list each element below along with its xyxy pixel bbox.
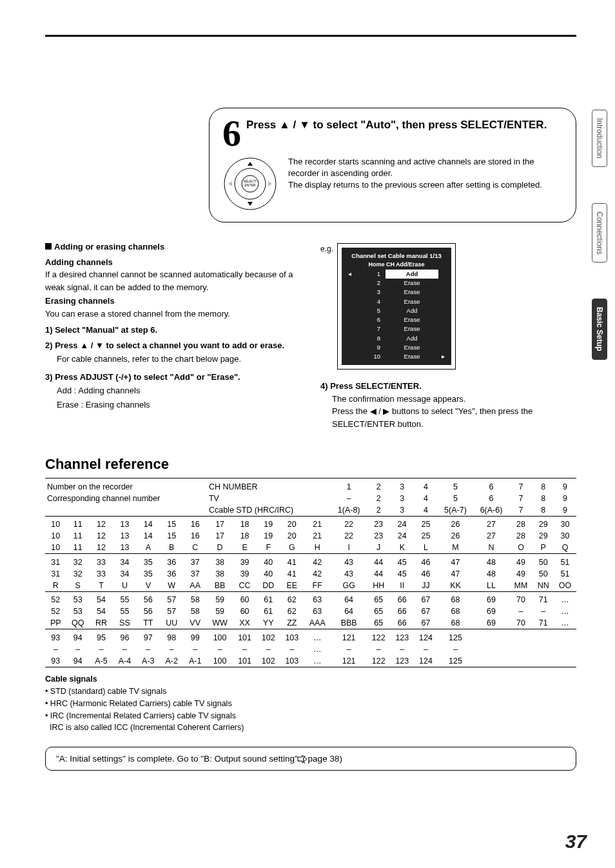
page-number: 37 xyxy=(565,831,587,853)
osd-row: 4Erase xyxy=(348,297,445,306)
foot-line-2: • HRC (Harmonic Related Carriers) cable … xyxy=(45,698,576,710)
cable-signals-heading: Cable signals xyxy=(45,673,576,686)
erasing-channels-heading: Erasing channels xyxy=(45,295,301,308)
osd-frame: Channel set Cable manual 1/13 Home CH Ad… xyxy=(337,243,456,370)
tab-connections[interactable]: Connections xyxy=(592,203,607,263)
step-4-bold: 4) Press SELECT/ENTER. xyxy=(320,380,576,393)
remote-d-pad-icon: SELECT/ ENTER xyxy=(222,156,278,212)
osd-row: 9Erase xyxy=(348,343,445,352)
osd-row: 7Erase xyxy=(348,324,445,333)
step-1-text: 1) Select "Manual" at step 6. xyxy=(45,324,301,337)
osd-row: 6Erase xyxy=(348,315,445,324)
step-desc-2: The display returns to the previous scre… xyxy=(288,179,546,191)
side-tabs: Introduction Connections Basic Setup xyxy=(592,110,607,360)
eg-label: e.g. xyxy=(320,243,333,255)
step-4-text2: Press the ◀ / ▶ buttons to select "Yes",… xyxy=(332,405,576,430)
ref-header-number: Number on the recorder xyxy=(47,482,133,491)
channel-reference-table: Number on the recorder CH NUMBER 1234567… xyxy=(45,478,576,669)
square-bullet-icon xyxy=(45,243,52,250)
svg-marker-7 xyxy=(228,181,232,186)
ref-row: 1011121314151617181920212223242526272829… xyxy=(45,518,576,530)
ref-row: 3132333435363738394041424344454647484950… xyxy=(45,568,576,580)
complete-box: "A: Initial settings" is complete. Go to… xyxy=(45,747,576,771)
ref-header-ch: CH NUMBER xyxy=(209,482,258,491)
step-6-box: 6 Press ▲ / ▼ to select "Auto", then pre… xyxy=(209,108,576,222)
osd-columns: Home CH Add/Erase xyxy=(348,261,445,270)
ref-row: RSTUVWAABBCCDDEEFFGGHHIIJJKKLLMMNNOO xyxy=(45,580,576,592)
tab-introduction[interactable]: Introduction xyxy=(592,110,607,167)
osd-row: 5Add xyxy=(348,306,445,315)
step-3-bold: 3) Press ADJUST (-/+) to select "Add" or… xyxy=(45,371,301,384)
adding-channels-text: If a desired channel cannot be scanned a… xyxy=(45,268,301,293)
ref-row: 10111213ABCDEFGHIJKLMNOPQ xyxy=(45,542,576,554)
step-3-erase: Erase : Erasing channels xyxy=(57,399,301,411)
erasing-channels-text: You can erase a stored channel from the … xyxy=(45,308,301,321)
ref-header-corr: Corresponding channel number xyxy=(47,494,160,503)
osd-screen: Channel set Cable manual 1/13 Home CH Ad… xyxy=(342,248,451,365)
channel-reference-title: Channel reference xyxy=(45,456,576,473)
step-number: 6 xyxy=(222,115,241,152)
step-4-text1: The confirmation message appears. xyxy=(332,393,576,406)
osd-row: 3Erase xyxy=(348,288,445,297)
svg-text:ENTER: ENTER xyxy=(245,183,256,187)
ref-row: PPQQRRSSTTUUVVWWXXYYZZAAABBB656667686970… xyxy=(45,617,576,629)
svg-marker-8 xyxy=(268,181,272,186)
osd-title: Channel set Cable manual 1/13 xyxy=(348,252,445,261)
step-title: Press ▲ / ▼ to select "Auto", then press… xyxy=(246,119,547,132)
ref-row: 9394A-5A-4A-3A-2A-1100101102103…12112212… xyxy=(45,655,576,667)
osd-row: ◂1Add xyxy=(348,270,445,279)
tab-basic-setup[interactable]: Basic Setup xyxy=(592,299,607,360)
osd-row: 2Erase xyxy=(348,279,445,288)
ref-header-cable: Ccable STD (HRC/IRC) xyxy=(209,506,293,515)
osd-step4-column: e.g. Channel set Cable manual 1/13 Home … xyxy=(320,241,576,430)
ref-row: 1011121314151617181920212223242526272829… xyxy=(45,530,576,542)
adding-channels-heading: Adding channels xyxy=(45,256,301,269)
ref-row: –––––––––––…––––– xyxy=(45,644,576,655)
ref-row: 5253545556575859606162636465666768697071… xyxy=(45,594,576,606)
ref-header-tv: TV xyxy=(209,494,219,503)
foot-line-3: • IRC (Incremental Related Carriers) cab… xyxy=(45,710,576,722)
foot-line-4: IRC is also called ICC (Incremental Cohe… xyxy=(45,722,576,734)
step-3-add: Add : Adding channels xyxy=(57,384,301,397)
adding-erasing-heading: Adding or erasing channels xyxy=(54,242,164,252)
ref-row: 525354555657585960616263646566676869––… xyxy=(45,606,576,617)
goto-arrow-icon xyxy=(297,755,308,763)
osd-row: 8Add xyxy=(348,334,445,343)
ref-row: 93949596979899100101102103…1211221231241… xyxy=(45,632,576,644)
step-2-bold: 2) Press ▲ / ▼ to select a channel you w… xyxy=(45,339,301,352)
osd-row: 10Erase▸ xyxy=(348,352,445,361)
cable-signals-notes: Cable signals • STD (standard) cable TV … xyxy=(45,673,576,734)
adding-erasing-section: Adding or erasing channels Adding channe… xyxy=(45,241,301,430)
step-2-text: For cable channels, refer to the chart b… xyxy=(57,353,301,366)
step-desc-1: The recorder starts scanning and active … xyxy=(288,156,546,179)
svg-marker-5 xyxy=(248,162,253,166)
ref-row: 3132333435363738394041424344454647484950… xyxy=(45,557,576,568)
foot-line-1: • STD (standard) cable TV signals xyxy=(45,686,576,698)
svg-marker-6 xyxy=(248,202,253,206)
